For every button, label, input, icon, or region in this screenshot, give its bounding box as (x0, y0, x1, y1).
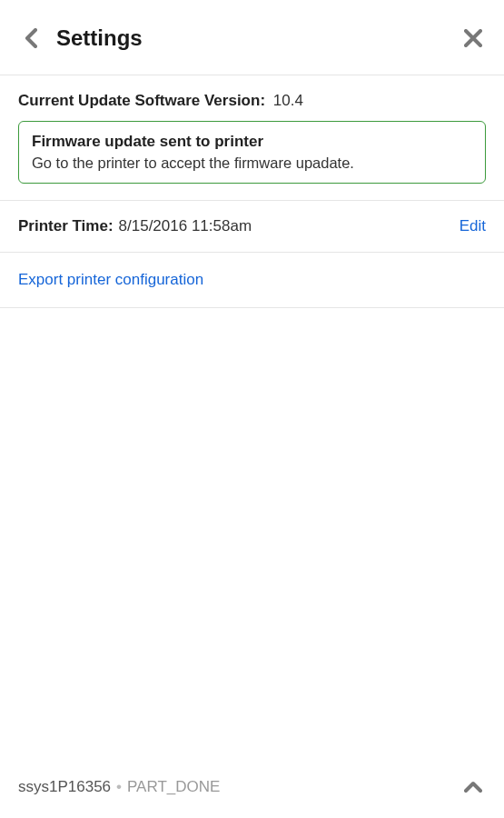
version-line: Current Update Software Version: 10.4 (18, 92, 486, 110)
divider (0, 307, 504, 308)
device-status: PART_DONE (127, 778, 220, 796)
printer-time-value: 8/15/2016 11:58am (119, 217, 460, 235)
export-config-link[interactable]: Export printer configuration (18, 271, 203, 288)
firmware-notice-title: Firmware update sent to printer (32, 133, 472, 151)
printer-time-label: Printer Time: (18, 217, 114, 235)
export-row: Export printer configuration (0, 253, 504, 307)
version-value: 10.4 (273, 92, 303, 109)
back-button[interactable] (18, 25, 44, 51)
footer: ssys1P16356 • PART_DONE (0, 774, 504, 818)
chevron-up-icon (464, 781, 482, 793)
device-id: ssys1P16356 (18, 778, 111, 796)
firmware-notice-body: Go to the printer to accept the firmware… (32, 155, 472, 172)
version-label: Current Update Software Version: (18, 92, 265, 109)
close-icon (464, 29, 482, 47)
printer-time-row: Printer Time: 8/15/2016 11:58am Edit (0, 201, 504, 252)
chevron-left-icon (25, 28, 37, 48)
header: Settings (0, 0, 504, 75)
edit-time-link[interactable]: Edit (460, 217, 486, 235)
firmware-notice: Firmware update sent to printer Go to th… (18, 121, 486, 184)
expand-button[interactable] (460, 774, 486, 800)
footer-separator: • (116, 778, 122, 796)
close-button[interactable] (460, 25, 486, 51)
page-title: Settings (56, 25, 460, 51)
version-section: Current Update Software Version: 10.4 Fi… (0, 75, 504, 200)
